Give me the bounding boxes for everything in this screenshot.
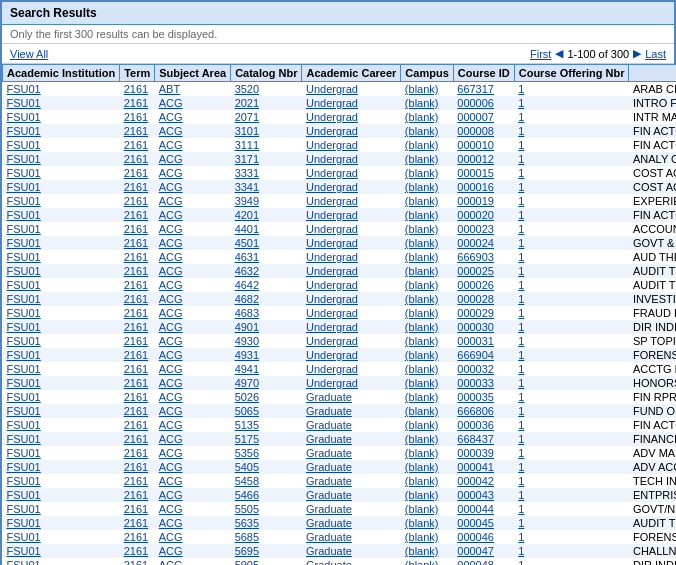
table-cell[interactable]: Undergrad — [302, 152, 401, 166]
table-cell[interactable]: FSU01 — [3, 404, 120, 418]
table-cell[interactable]: 4901 — [231, 320, 302, 334]
table-cell[interactable]: 2021 — [231, 96, 302, 110]
table-cell[interactable]: 1 — [514, 292, 629, 306]
table-cell[interactable]: ACG — [155, 530, 231, 544]
table-cell[interactable]: Undergrad — [302, 194, 401, 208]
table-cell[interactable]: Graduate — [302, 418, 401, 432]
table-cell[interactable]: 1 — [514, 530, 629, 544]
table-row[interactable]: FSU012161ACG5065Graduate(blank)6668061FU… — [3, 404, 677, 418]
table-cell[interactable]: 000048 — [453, 558, 514, 565]
table-cell[interactable]: 000043 — [453, 488, 514, 502]
table-cell[interactable]: 1 — [514, 376, 629, 390]
table-cell[interactable]: 4642 — [231, 278, 302, 292]
table-cell[interactable]: FSU01 — [3, 558, 120, 565]
table-cell[interactable]: 2161 — [120, 432, 155, 446]
table-cell[interactable]: ACG — [155, 306, 231, 320]
table-cell[interactable]: (blank) — [401, 138, 453, 152]
table-cell[interactable]: 000033 — [453, 376, 514, 390]
table-cell[interactable]: 2161 — [120, 306, 155, 320]
table-cell[interactable]: 3949 — [231, 194, 302, 208]
table-cell[interactable]: 4632 — [231, 264, 302, 278]
table-cell[interactable]: 1 — [514, 152, 629, 166]
table-cell[interactable]: FSU01 — [3, 348, 120, 362]
table-cell[interactable]: 2161 — [120, 292, 155, 306]
table-cell[interactable]: 1 — [514, 320, 629, 334]
table-cell[interactable]: 4401 — [231, 222, 302, 236]
table-cell[interactable]: ACG — [155, 390, 231, 404]
table-cell[interactable]: (blank) — [401, 320, 453, 334]
table-row[interactable]: FSU012161ACG5466Graduate(blank)0000431EN… — [3, 488, 677, 502]
table-cell[interactable]: 000028 — [453, 292, 514, 306]
table-cell[interactable]: Undergrad — [302, 320, 401, 334]
table-cell[interactable]: Undergrad — [302, 278, 401, 292]
table-cell[interactable]: (blank) — [401, 488, 453, 502]
table-row[interactable]: FSU012161ACG4930Undergrad(blank)0000311S… — [3, 334, 677, 348]
table-cell[interactable]: 000026 — [453, 278, 514, 292]
table-cell[interactable]: FSU01 — [3, 334, 120, 348]
table-cell[interactable]: FSU01 — [3, 516, 120, 530]
table-cell[interactable]: (blank) — [401, 124, 453, 138]
table-cell[interactable]: 2161 — [120, 390, 155, 404]
table-cell[interactable]: FSU01 — [3, 110, 120, 124]
table-cell[interactable]: ACG — [155, 194, 231, 208]
table-cell[interactable]: ACG — [155, 250, 231, 264]
table-cell[interactable]: 000031 — [453, 334, 514, 348]
table-cell[interactable]: FSU01 — [3, 152, 120, 166]
table-row[interactable]: FSU012161ACG4501Undergrad(blank)0000241G… — [3, 236, 677, 250]
table-cell[interactable]: 000012 — [453, 152, 514, 166]
table-cell[interactable]: FSU01 — [3, 180, 120, 194]
table-cell[interactable]: 5135 — [231, 418, 302, 432]
table-cell[interactable]: ACG — [155, 446, 231, 460]
table-cell[interactable]: 4683 — [231, 306, 302, 320]
table-cell[interactable]: 3331 — [231, 166, 302, 180]
table-cell[interactable]: (blank) — [401, 544, 453, 558]
table-cell[interactable]: ACG — [155, 320, 231, 334]
table-cell[interactable]: FSU01 — [3, 222, 120, 236]
table-cell[interactable]: 2161 — [120, 124, 155, 138]
table-cell[interactable]: 5466 — [231, 488, 302, 502]
table-cell[interactable]: ACG — [155, 362, 231, 376]
table-cell[interactable]: FSU01 — [3, 250, 120, 264]
table-cell[interactable]: 000024 — [453, 236, 514, 250]
table-cell[interactable]: FSU01 — [3, 194, 120, 208]
table-cell[interactable]: 2161 — [120, 96, 155, 110]
table-cell[interactable]: (blank) — [401, 432, 453, 446]
table-cell[interactable]: 5635 — [231, 516, 302, 530]
table-row[interactable]: FSU012161ACG5505Graduate(blank)0000441GO… — [3, 502, 677, 516]
table-cell[interactable]: 5026 — [231, 390, 302, 404]
table-cell[interactable]: ACG — [155, 502, 231, 516]
table-cell[interactable]: 5405 — [231, 460, 302, 474]
table-cell[interactable]: 000044 — [453, 502, 514, 516]
table-row[interactable]: FSU012161ACG5905Graduate(blank)0000481DI… — [3, 558, 677, 565]
table-cell[interactable]: 1 — [514, 110, 629, 124]
table-cell[interactable]: 000039 — [453, 446, 514, 460]
table-cell[interactable]: 1 — [514, 222, 629, 236]
table-cell[interactable]: 2161 — [120, 488, 155, 502]
table-cell[interactable]: Undergrad — [302, 166, 401, 180]
table-cell[interactable]: 1 — [514, 278, 629, 292]
table-cell[interactable]: Undergrad — [302, 264, 401, 278]
table-cell[interactable]: (blank) — [401, 264, 453, 278]
table-cell[interactable]: Undergrad — [302, 334, 401, 348]
table-cell[interactable]: ACG — [155, 558, 231, 565]
table-cell[interactable]: FSU01 — [3, 236, 120, 250]
table-cell[interactable]: Undergrad — [302, 208, 401, 222]
table-cell[interactable]: 000025 — [453, 264, 514, 278]
table-cell[interactable]: (blank) — [401, 474, 453, 488]
table-cell[interactable]: 2161 — [120, 516, 155, 530]
table-cell[interactable]: ACG — [155, 222, 231, 236]
table-cell[interactable]: ACG — [155, 152, 231, 166]
table-cell[interactable]: FSU01 — [3, 166, 120, 180]
table-cell[interactable]: Undergrad — [302, 362, 401, 376]
table-row[interactable]: FSU012161ABT3520Undergrad(blank)6673171A… — [3, 82, 677, 97]
table-cell[interactable]: 1 — [514, 390, 629, 404]
table-cell[interactable]: ACG — [155, 404, 231, 418]
table-row[interactable]: FSU012161ACG4682Undergrad(blank)0000281I… — [3, 292, 677, 306]
table-cell[interactable]: ACG — [155, 180, 231, 194]
table-cell[interactable]: Undergrad — [302, 124, 401, 138]
table-cell[interactable]: 5458 — [231, 474, 302, 488]
table-cell[interactable]: 1 — [514, 348, 629, 362]
table-cell[interactable]: (blank) — [401, 110, 453, 124]
table-cell[interactable]: Undergrad — [302, 376, 401, 390]
table-cell[interactable]: FSU01 — [3, 320, 120, 334]
